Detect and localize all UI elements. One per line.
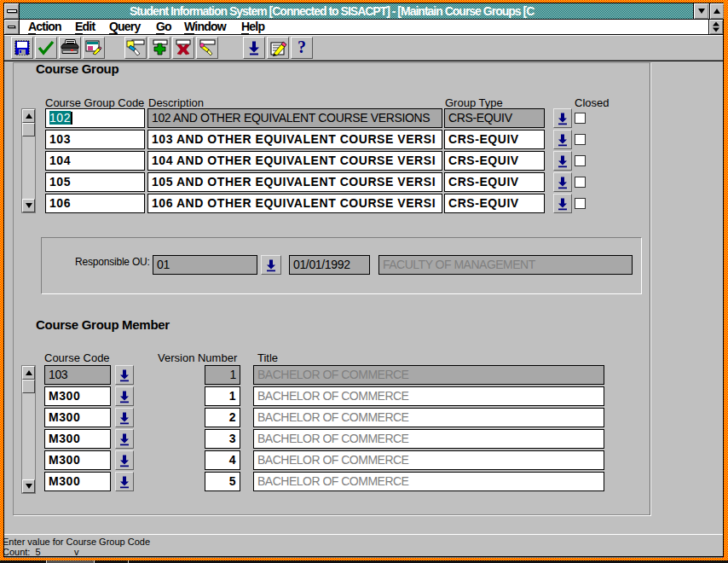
svg-text:?: ? xyxy=(298,38,306,56)
